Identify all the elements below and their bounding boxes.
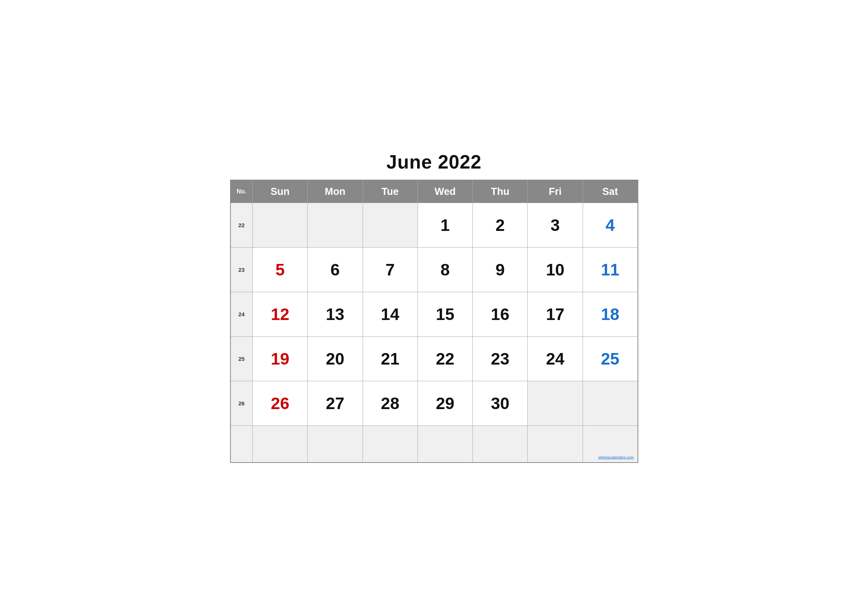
header-thu: Thu: [473, 180, 528, 203]
day-cell: 23: [473, 336, 528, 381]
day-cell: 14: [363, 292, 417, 336]
calendar-table: No. Sun Mon Tue Wed Thu Fri Sat 22123423…: [230, 180, 638, 463]
day-cell: 11: [583, 247, 637, 292]
header-fri: Fri: [528, 180, 583, 203]
day-cell: 10: [528, 247, 583, 292]
day-cell-empty: [308, 425, 363, 462]
week-number: 23: [231, 247, 253, 292]
day-cell-empty: [528, 425, 583, 462]
day-cell: 30: [473, 381, 528, 425]
week-number: 25: [231, 336, 253, 381]
day-cell: 3: [528, 203, 583, 247]
header-sat: Sat: [583, 180, 637, 203]
day-cell: [308, 203, 363, 247]
day-cell: 1: [417, 203, 473, 247]
day-cell: 8: [417, 247, 473, 292]
day-cell: 21: [363, 336, 417, 381]
day-cell: 6: [308, 247, 363, 292]
table-row: 23567891011: [231, 247, 638, 292]
header-sun: Sun: [253, 180, 308, 203]
day-cell: 25: [583, 336, 637, 381]
day-cell: [363, 203, 417, 247]
watermark-link[interactable]: wheniscalendars.com: [598, 455, 634, 459]
day-cell: 18: [583, 292, 637, 336]
day-cell: [528, 381, 583, 425]
week-number: 26: [231, 381, 253, 425]
day-cell: 17: [528, 292, 583, 336]
day-cell: 27: [308, 381, 363, 425]
week-number: 22: [231, 203, 253, 247]
day-cell: 22: [417, 336, 473, 381]
day-cell: 29: [417, 381, 473, 425]
header-no: No.: [231, 180, 253, 203]
day-cell: 12: [253, 292, 308, 336]
day-cell: 15: [417, 292, 473, 336]
watermark-cell: wheniscalendars.com: [583, 425, 637, 462]
day-cell: 4: [583, 203, 637, 247]
table-row: 2412131415161718: [231, 292, 638, 336]
day-cell: 20: [308, 336, 363, 381]
header-mon: Mon: [308, 180, 363, 203]
table-row-last: wheniscalendars.com: [231, 425, 638, 462]
table-row: 221234: [231, 203, 638, 247]
header-wed: Wed: [417, 180, 473, 203]
day-cell: 16: [473, 292, 528, 336]
calendar-container: June 2022 No. Sun Mon Tue Wed Thu Fri Sa…: [230, 151, 638, 463]
day-cell: 24: [528, 336, 583, 381]
day-cell: 19: [253, 336, 308, 381]
header-row: No. Sun Mon Tue Wed Thu Fri Sat: [231, 180, 638, 203]
table-row: 2519202122232425: [231, 336, 638, 381]
day-cell-empty: [417, 425, 473, 462]
header-tue: Tue: [363, 180, 417, 203]
week-number: 24: [231, 292, 253, 336]
day-cell: 28: [363, 381, 417, 425]
day-cell: 2: [473, 203, 528, 247]
day-cell: [253, 203, 308, 247]
day-cell-empty: [473, 425, 528, 462]
day-cell: 26: [253, 381, 308, 425]
table-row: 262627282930: [231, 381, 638, 425]
day-cell: [583, 381, 637, 425]
day-cell: 5: [253, 247, 308, 292]
day-cell-empty: [363, 425, 417, 462]
day-cell: 13: [308, 292, 363, 336]
day-cell: 7: [363, 247, 417, 292]
week-number-empty: [231, 425, 253, 462]
calendar-title: June 2022: [230, 151, 638, 173]
day-cell-empty: [253, 425, 308, 462]
day-cell: 9: [473, 247, 528, 292]
calendar-body: 2212342356789101124121314151617182519202…: [231, 203, 638, 462]
